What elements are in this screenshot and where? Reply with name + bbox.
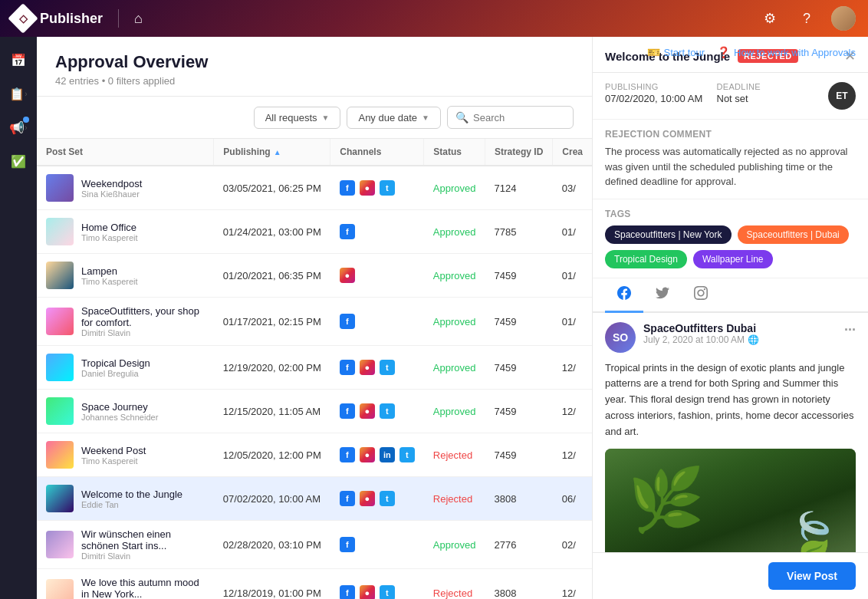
- status-value: Approved: [433, 183, 476, 194]
- expand-icon-campaigns: ›: [25, 123, 27, 132]
- col-post-set[interactable]: Post Set: [37, 139, 214, 166]
- tab-facebook[interactable]: [605, 278, 643, 313]
- user-avatar[interactable]: [831, 6, 856, 31]
- due-date-filter[interactable]: Any due date ▼: [347, 107, 441, 129]
- twitter-channel-icon: t: [380, 180, 395, 196]
- post-author: Timo Kaspereit: [81, 233, 138, 242]
- sidebar: 📅 📋 › 📢 › ✅: [0, 37, 37, 599]
- search-input[interactable]: [473, 112, 565, 123]
- status-cell: Rejected: [424, 477, 485, 521]
- table-row[interactable]: Lampen Timo Kaspereit 01/20/2021, 06:35 …: [37, 254, 592, 298]
- publishing-cell: 01/24/2021, 03:00 PM: [214, 210, 330, 254]
- tag-item[interactable]: Tropical Design: [605, 250, 687, 268]
- post-author: Timo Kaspereit: [81, 456, 146, 466]
- post-name: We love this autumn mood in New York...: [81, 577, 205, 599]
- facebook-channel-icon: f: [340, 447, 355, 462]
- table-row[interactable]: Wir wünschen einen schönen Start ins... …: [37, 521, 592, 569]
- post-thumbnail: [46, 354, 74, 381]
- notification-badge: [23, 117, 29, 123]
- settings-icon[interactable]: ⚙: [758, 6, 782, 31]
- tags-container: Spaceoutfitters | New YorkSpaceoutfitter…: [605, 225, 856, 268]
- status-value: Rejected: [433, 449, 472, 461]
- post-author: Sina Kießhauer: [81, 189, 142, 199]
- post-set-cell: Wir wünschen einen schönen Start ins... …: [37, 521, 214, 569]
- preview-image: [605, 449, 856, 552]
- table-body: Weekendpost Sina Kießhauer 03/05/2021, 0…: [37, 166, 592, 599]
- col-status[interactable]: Status: [424, 139, 485, 166]
- sidebar-item-approvals[interactable]: ✅: [5, 147, 32, 175]
- strategy-id-cell: 7459: [485, 433, 552, 477]
- logo[interactable]: ◇ Publisher: [12, 8, 103, 29]
- post-name: Tropical Design: [81, 357, 150, 369]
- linkedin-channel-icon: in: [380, 447, 395, 462]
- table-row[interactable]: Home Office Timo Kaspereit 01/24/2021, 0…: [37, 210, 592, 254]
- publishing-cell: 07/02/2020, 10:00 AM: [214, 477, 330, 521]
- preview-text: Tropical prints in the design of exotic …: [605, 360, 856, 440]
- status-cell: Approved: [424, 166, 485, 210]
- sidebar-item-campaigns[interactable]: 📢 ›: [5, 114, 32, 141]
- post-author: Dimitri Slavin: [81, 551, 205, 561]
- post-thumbnail: [46, 531, 74, 558]
- sidebar-item-list[interactable]: 📋 ›: [5, 80, 32, 107]
- tab-twitter[interactable]: [643, 278, 682, 313]
- table-row[interactable]: We love this autumn mood in New York... …: [37, 569, 592, 600]
- sidebar-item-calendar[interactable]: 📅: [5, 46, 32, 74]
- table-row[interactable]: Weekendpost Sina Kießhauer 03/05/2021, 0…: [37, 166, 592, 210]
- post-set-cell: Home Office Timo Kaspereit: [37, 210, 214, 254]
- created-cell: 12/: [553, 569, 592, 600]
- status-cell: Approved: [424, 254, 485, 298]
- preview-header: SO SpaceOutfitters Dubai July 2, 2020 at…: [605, 322, 856, 353]
- all-requests-filter[interactable]: All requests ▼: [254, 107, 341, 129]
- post-thumbnail: [46, 397, 74, 425]
- tag-item[interactable]: Spaceoutfitters | Dubai: [738, 225, 849, 244]
- table-row[interactable]: Tropical Design Daniel Bregulia 12/19/20…: [37, 346, 592, 390]
- chevron-down-icon: ▼: [322, 114, 330, 122]
- tag-item[interactable]: Wallpaper Line: [693, 250, 773, 268]
- post-author: Eddie Tan: [81, 500, 182, 509]
- status-value: Approved: [433, 539, 476, 551]
- post-info-text: Space Journey Johannes Schneider: [81, 401, 158, 422]
- channels-cell: f: [330, 298, 424, 346]
- search-box: 🔍: [447, 106, 574, 129]
- expand-icon: ›: [25, 90, 27, 98]
- table-row[interactable]: Welcome to the Jungle Eddie Tan 07/02/20…: [37, 477, 592, 521]
- page-subtitle: 42 entries • 0 filters applied: [55, 75, 574, 87]
- instagram-channel-icon: ●: [360, 360, 375, 375]
- how-to-link[interactable]: ❓ How to work with Approvals: [717, 46, 856, 58]
- start-tour-link[interactable]: 🎫 Start tour: [647, 46, 705, 58]
- strategy-id-cell: 7459: [485, 390, 552, 433]
- chevron-down-icon-date: ▼: [422, 114, 429, 122]
- globe-icon: 🌐: [748, 334, 759, 345]
- help-icon[interactable]: ?: [794, 6, 819, 31]
- status-value: Approved: [433, 406, 476, 417]
- facebook-channel-icon: f: [340, 585, 355, 599]
- approvals-table-container: Post Set Publishing ▲ Channels Status St…: [37, 139, 592, 599]
- post-name: Home Office: [81, 222, 138, 233]
- publishing-cell: 02/28/2020, 03:10 PM: [214, 521, 330, 569]
- home-icon[interactable]: ⌂: [134, 11, 143, 27]
- table-row[interactable]: SpaceOutfitters, your shop for comfort. …: [37, 298, 592, 346]
- created-cell: 12/: [553, 433, 592, 477]
- preview-time: July 2, 2020 at 10:00 AM 🌐: [643, 334, 837, 345]
- post-name: Weekendpost: [81, 178, 142, 189]
- tab-instagram[interactable]: [682, 278, 720, 313]
- col-created[interactable]: Crea: [553, 139, 592, 166]
- table-row[interactable]: Space Journey Johannes Schneider 12/15/2…: [37, 390, 592, 433]
- preview-account-info: SpaceOutfitters Dubai July 2, 2020 at 10…: [643, 322, 837, 345]
- publishing-cell: 03/05/2021, 06:25 PM: [214, 166, 330, 210]
- publishing-cell: 12/05/2020, 12:00 PM: [214, 433, 330, 477]
- facebook-channel-icon: f: [340, 314, 355, 329]
- view-post-button[interactable]: View Post: [768, 562, 856, 590]
- post-info-text: Weekend Post Timo Kaspereit: [81, 445, 146, 466]
- instagram-channel-icon: ●: [360, 491, 375, 506]
- col-publishing[interactable]: Publishing ▲: [214, 139, 330, 166]
- more-options-icon[interactable]: ···: [844, 322, 856, 338]
- table-row[interactable]: Weekend Post Timo Kaspereit 12/05/2020, …: [37, 433, 592, 477]
- col-strategy-id[interactable]: Strategy ID: [485, 139, 552, 166]
- status-value: Approved: [433, 226, 476, 238]
- tag-item[interactable]: Spaceoutfitters | New York: [605, 225, 732, 244]
- col-channels[interactable]: Channels: [330, 139, 424, 166]
- strategy-id-cell: 7459: [485, 254, 552, 298]
- post-set-cell: Tropical Design Daniel Bregulia: [37, 346, 214, 390]
- post-thumbnail: [46, 262, 74, 289]
